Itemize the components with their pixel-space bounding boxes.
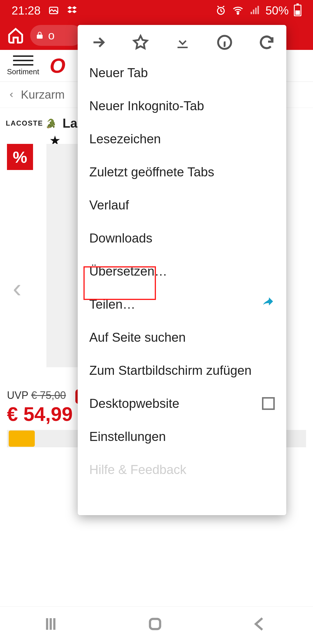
menu-item-history[interactable]: Verlauf [78, 189, 286, 222]
battery-text: 50% [265, 4, 289, 17]
status-bar: 21:28 50% [0, 0, 313, 21]
desktop-site-checkbox[interactable] [262, 397, 275, 410]
uvp-line: UVP € 75,00 [7, 389, 73, 401]
menu-item-recent-tabs[interactable]: Zuletzt geöffnete Tabs [78, 155, 286, 189]
product-title: La [63, 116, 77, 131]
discount-badge: % [7, 144, 33, 170]
crocodile-icon: 🐊 [46, 118, 57, 129]
home-button[interactable] [7, 27, 24, 44]
alarm-icon [215, 5, 227, 16]
breadcrumb-label: Kurzarm [21, 88, 65, 101]
chevron-left-icon [8, 89, 15, 101]
status-time: 21:28 [12, 4, 41, 17]
sortiment-label: Sortiment [7, 67, 39, 76]
menu-icon-row [78, 25, 286, 56]
lock-icon [35, 31, 44, 40]
otto-logo[interactable]: O [50, 54, 64, 77]
menu-item-bookmarks[interactable]: Lesezeichen [78, 122, 286, 155]
svg-point-2 [237, 13, 239, 14]
share-icon [261, 297, 275, 311]
price-now: € 54,99 [7, 403, 73, 425]
star-outline-icon[interactable] [132, 34, 149, 51]
browser-overflow-menu: Neuer Tab Neuer Inkognito-Tab Lesezeiche… [78, 25, 286, 515]
system-nav-bar [0, 606, 313, 644]
price-block: UVP € 75,00 € 54,99 [7, 389, 73, 425]
status-right: 50% [215, 4, 301, 17]
reload-icon[interactable] [258, 34, 275, 51]
menu-item-downloads[interactable]: Downloads [78, 222, 286, 255]
menu-item-find[interactable]: Auf Seite suchen [78, 321, 286, 354]
carousel-prev-button[interactable]: ‹ [13, 273, 21, 303]
menu-item-help[interactable]: Hilfe & Feedback [78, 453, 286, 486]
signal-icon [249, 5, 260, 16]
download-icon[interactable] [174, 34, 191, 51]
back-nav-button[interactable] [251, 615, 271, 636]
dropbox-icon [67, 5, 78, 16]
menu-item-settings[interactable]: Einstellungen [78, 420, 286, 453]
menu-item-new-tab[interactable]: Neuer Tab [78, 56, 286, 89]
menu-item-share[interactable]: Teilen… [78, 288, 286, 321]
sortiment-button[interactable]: Sortiment [7, 55, 39, 76]
uvp-label: UVP [7, 389, 28, 401]
brand-name: LACOSTE [6, 119, 43, 127]
uvp-price: € 75,00 [31, 389, 66, 401]
wifi-icon [232, 4, 244, 17]
menu-item-add-home[interactable]: Zum Startbildschirm zufügen [78, 354, 286, 387]
menu-item-translate[interactable]: Übersetzen… [78, 255, 286, 288]
menu-item-incognito[interactable]: Neuer Inkognito-Tab [78, 89, 286, 122]
home-nav-button[interactable] [146, 615, 167, 636]
status-left: 21:28 [12, 4, 78, 17]
brand-logo[interactable]: LACOSTE 🐊 [6, 118, 57, 129]
recents-button[interactable] [42, 615, 62, 636]
battery-icon [294, 5, 301, 16]
payment-chip [9, 430, 35, 447]
info-icon[interactable] [216, 34, 233, 51]
menu-item-desktop-site[interactable]: Desktopwebsite [78, 387, 286, 420]
hamburger-icon [13, 55, 33, 66]
svg-rect-4 [150, 619, 160, 629]
image-icon [48, 5, 59, 16]
url-bar[interactable]: o [30, 25, 82, 46]
forward-icon[interactable] [90, 34, 107, 51]
url-text: o [48, 29, 54, 42]
